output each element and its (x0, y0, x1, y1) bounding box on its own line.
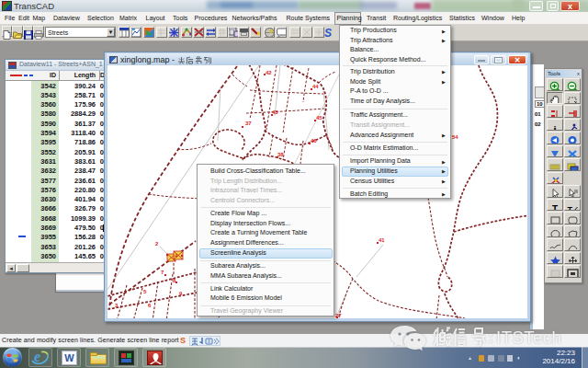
svg-text:43: 43 (272, 109, 278, 115)
svg-text:6: 6 (148, 303, 152, 308)
svg-text:5: 5 (143, 289, 147, 294)
svg-text:42: 42 (266, 70, 272, 75)
svg-text:41: 41 (379, 237, 385, 243)
svg-text:37: 37 (245, 121, 252, 126)
svg-text:38: 38 (277, 152, 284, 157)
svg-text:2: 2 (155, 241, 159, 247)
svg-text:54: 54 (452, 134, 458, 140)
svg-text:46: 46 (311, 138, 317, 144)
svg-text:7: 7 (161, 270, 164, 275)
svg-text:9: 9 (179, 291, 183, 296)
svg-text:45: 45 (316, 115, 322, 121)
svg-text:27: 27 (335, 313, 342, 318)
svg-text:44: 44 (312, 84, 319, 89)
